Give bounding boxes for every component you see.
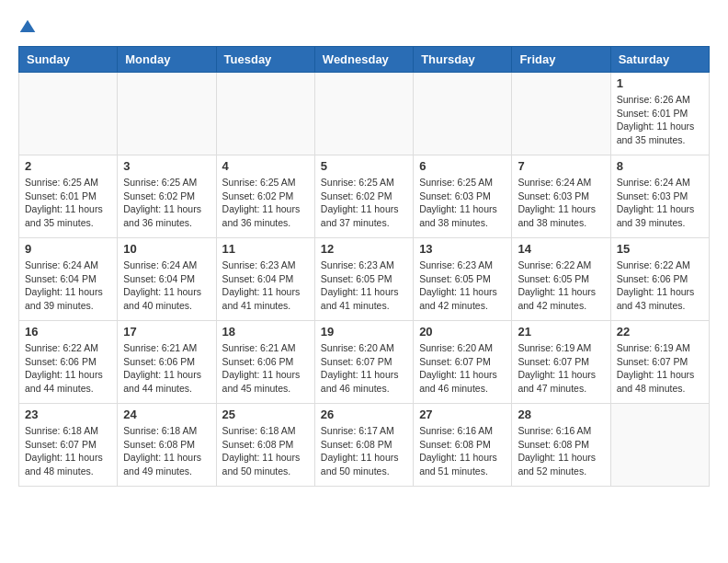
calendar-cell: 24Sunrise: 6:18 AM Sunset: 6:08 PM Dayli… [118,404,216,487]
calendar-cell: 13Sunrise: 6:23 AM Sunset: 6:05 PM Dayli… [414,238,512,321]
calendar-cell [118,73,216,155]
calendar-cell: 18Sunrise: 6:21 AM Sunset: 6:06 PM Dayli… [216,321,314,404]
calendar-cell: 22Sunrise: 6:19 AM Sunset: 6:07 PM Dayli… [610,321,709,404]
day-number: 17 [123,325,210,339]
day-info: Sunrise: 6:22 AM Sunset: 6:06 PM Dayligh… [617,259,703,313]
day-info: Sunrise: 6:21 AM Sunset: 6:06 PM Dayligh… [222,341,309,396]
day-number: 9 [25,242,111,256]
day-number: 1 [617,76,703,90]
weekday-header-wednesday: Wednesday [314,47,413,73]
calendar-cell: 26Sunrise: 6:17 AM Sunset: 6:08 PM Dayli… [314,404,413,487]
day-info: Sunrise: 6:25 AM Sunset: 6:02 PM Dayligh… [123,176,210,230]
calendar-cell [512,73,610,155]
calendar-cell: 21Sunrise: 6:19 AM Sunset: 6:07 PM Dayli… [512,321,610,404]
day-number: 3 [123,159,210,173]
day-number: 18 [222,325,309,339]
logo [18,18,40,37]
day-number: 16 [25,325,111,339]
calendar-cell: 15Sunrise: 6:22 AM Sunset: 6:06 PM Dayli… [610,238,709,321]
calendar-cell: 9Sunrise: 6:24 AM Sunset: 6:04 PM Daylig… [19,238,118,321]
day-number: 11 [222,242,309,256]
day-info: Sunrise: 6:19 AM Sunset: 6:07 PM Dayligh… [518,341,604,396]
day-number: 14 [518,242,604,256]
day-info: Sunrise: 6:22 AM Sunset: 6:06 PM Dayligh… [25,341,111,396]
day-info: Sunrise: 6:25 AM Sunset: 6:01 PM Dayligh… [25,176,111,230]
week-row-5: 23Sunrise: 6:18 AM Sunset: 6:07 PM Dayli… [19,404,710,487]
day-number: 4 [222,159,309,173]
calendar-cell: 7Sunrise: 6:24 AM Sunset: 6:03 PM Daylig… [512,155,610,238]
day-info: Sunrise: 6:16 AM Sunset: 6:08 PM Dayligh… [419,424,506,478]
day-number: 23 [25,408,111,421]
weekday-header-monday: Monday [118,47,216,73]
day-info: Sunrise: 6:18 AM Sunset: 6:08 PM Dayligh… [222,424,309,478]
calendar-cell: 17Sunrise: 6:21 AM Sunset: 6:06 PM Dayli… [118,321,216,404]
day-info: Sunrise: 6:20 AM Sunset: 6:07 PM Dayligh… [321,341,407,396]
day-info: Sunrise: 6:25 AM Sunset: 6:03 PM Dayligh… [419,176,506,230]
day-number: 6 [419,159,506,173]
calendar-cell [414,73,512,155]
calendar-cell: 25Sunrise: 6:18 AM Sunset: 6:08 PM Dayli… [216,404,314,487]
day-number: 13 [419,242,506,256]
day-info: Sunrise: 6:21 AM Sunset: 6:06 PM Dayligh… [123,341,210,396]
day-info: Sunrise: 6:18 AM Sunset: 6:07 PM Dayligh… [25,424,111,478]
week-row-3: 9Sunrise: 6:24 AM Sunset: 6:04 PM Daylig… [19,238,710,321]
calendar-cell: 1Sunrise: 6:26 AM Sunset: 6:01 PM Daylig… [610,73,709,155]
day-info: Sunrise: 6:17 AM Sunset: 6:08 PM Dayligh… [321,424,407,478]
calendar-cell: 20Sunrise: 6:20 AM Sunset: 6:07 PM Dayli… [414,321,512,404]
day-info: Sunrise: 6:23 AM Sunset: 6:05 PM Dayligh… [419,259,506,313]
day-number: 5 [321,159,407,173]
weekday-header-saturday: Saturday [610,47,709,73]
weekday-header-friday: Friday [512,47,610,73]
day-info: Sunrise: 6:24 AM Sunset: 6:03 PM Dayligh… [518,176,604,230]
calendar-cell: 5Sunrise: 6:25 AM Sunset: 6:02 PM Daylig… [314,155,413,238]
calendar-cell: 14Sunrise: 6:22 AM Sunset: 6:05 PM Dayli… [512,238,610,321]
day-number: 8 [617,159,703,173]
week-row-4: 16Sunrise: 6:22 AM Sunset: 6:06 PM Dayli… [19,321,710,404]
calendar-cell [610,404,709,487]
day-info: Sunrise: 6:16 AM Sunset: 6:08 PM Dayligh… [518,424,604,478]
day-number: 7 [518,159,604,173]
calendar-cell: 28Sunrise: 6:16 AM Sunset: 6:08 PM Dayli… [512,404,610,487]
weekday-header-row: SundayMondayTuesdayWednesdayThursdayFrid… [19,47,710,73]
calendar-cell [19,73,118,155]
day-number: 21 [518,325,604,339]
day-info: Sunrise: 6:26 AM Sunset: 6:01 PM Dayligh… [617,93,703,147]
day-info: Sunrise: 6:25 AM Sunset: 6:02 PM Dayligh… [321,176,407,230]
day-number: 12 [321,242,407,256]
day-info: Sunrise: 6:24 AM Sunset: 6:04 PM Dayligh… [25,259,111,313]
day-info: Sunrise: 6:19 AM Sunset: 6:07 PM Dayligh… [617,341,703,396]
day-info: Sunrise: 6:22 AM Sunset: 6:05 PM Dayligh… [518,259,604,313]
day-number: 27 [419,408,506,421]
calendar-cell: 23Sunrise: 6:18 AM Sunset: 6:07 PM Dayli… [19,404,118,487]
calendar-cell: 16Sunrise: 6:22 AM Sunset: 6:06 PM Dayli… [19,321,118,404]
calendar-cell: 8Sunrise: 6:24 AM Sunset: 6:03 PM Daylig… [610,155,709,238]
calendar-cell [216,73,314,155]
day-info: Sunrise: 6:24 AM Sunset: 6:03 PM Dayligh… [617,176,703,230]
weekday-header-sunday: Sunday [19,47,118,73]
day-number: 24 [123,408,210,421]
calendar-cell: 27Sunrise: 6:16 AM Sunset: 6:08 PM Dayli… [414,404,512,487]
day-number: 10 [123,242,210,256]
day-number: 15 [617,242,703,256]
weekday-header-tuesday: Tuesday [216,47,314,73]
day-info: Sunrise: 6:24 AM Sunset: 6:04 PM Dayligh… [123,259,210,313]
calendar-cell [314,73,413,155]
svg-marker-0 [20,20,36,32]
logo-icon [18,18,37,37]
calendar-cell: 10Sunrise: 6:24 AM Sunset: 6:04 PM Dayli… [118,238,216,321]
weekday-header-thursday: Thursday [414,47,512,73]
calendar-cell: 6Sunrise: 6:25 AM Sunset: 6:03 PM Daylig… [414,155,512,238]
day-number: 19 [321,325,407,339]
calendar-cell: 19Sunrise: 6:20 AM Sunset: 6:07 PM Dayli… [314,321,413,404]
day-number: 20 [419,325,506,339]
week-row-2: 2Sunrise: 6:25 AM Sunset: 6:01 PM Daylig… [19,155,710,238]
day-info: Sunrise: 6:20 AM Sunset: 6:07 PM Dayligh… [419,341,506,396]
day-info: Sunrise: 6:23 AM Sunset: 6:04 PM Dayligh… [222,259,309,313]
day-number: 28 [518,408,604,421]
header [18,18,710,37]
week-row-1: 1Sunrise: 6:26 AM Sunset: 6:01 PM Daylig… [19,73,710,155]
calendar-cell: 12Sunrise: 6:23 AM Sunset: 6:05 PM Dayli… [314,238,413,321]
day-number: 26 [321,408,407,421]
calendar-cell: 3Sunrise: 6:25 AM Sunset: 6:02 PM Daylig… [118,155,216,238]
day-info: Sunrise: 6:18 AM Sunset: 6:08 PM Dayligh… [123,424,210,478]
